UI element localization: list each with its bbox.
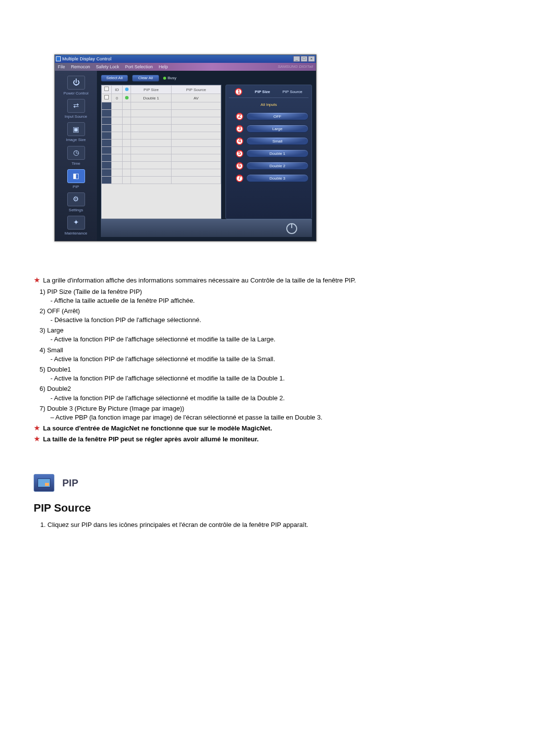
pip-source-heading: PIP Source <box>30 501 504 516</box>
sidebar-item-time[interactable]: ◷ Time <box>57 146 95 166</box>
sidebar-item-power-control[interactable]: ⏻ Power Control <box>57 76 95 96</box>
panel-pip-size-label: PIP Size <box>255 89 270 94</box>
sidebar-label: Power Control <box>57 91 95 96</box>
main-area: Select All Clear All Busy ID <box>97 71 316 241</box>
panel-pip-source-label: PIP Source <box>282 89 302 94</box>
menu-port-selection[interactable]: Port Selection <box>125 64 153 70</box>
option-small[interactable]: Small <box>246 137 309 145</box>
table-row[interactable] <box>102 154 221 162</box>
table-row[interactable] <box>102 169 221 177</box>
settings-icon: ⚙ <box>67 192 85 206</box>
option-double2[interactable]: Double 2 <box>246 162 309 170</box>
minimize-button[interactable]: _ <box>293 56 300 62</box>
callout-2: 2 <box>236 113 243 120</box>
callout-7: 7 <box>236 175 243 182</box>
option-off[interactable]: OFF <box>246 112 309 120</box>
header-checkbox[interactable] <box>104 87 109 91</box>
status-dot-icon <box>125 96 129 99</box>
sidebar: ⏻ Power Control ⇄ Input Source ▣ Image S… <box>55 71 97 241</box>
callout-1: 1 <box>235 88 242 95</box>
window-title: Multiple Display Control <box>62 56 111 62</box>
time-icon: ◷ <box>67 146 85 160</box>
list-item: 7) Double 3 (Picture By Picture (Image p… <box>40 404 504 422</box>
list-item: 3) Large- Active la fonction PIP de l'af… <box>40 326 504 344</box>
sidebar-item-settings[interactable]: ⚙ Settings <box>57 192 95 213</box>
app-icon <box>56 56 61 61</box>
col-pip-size: PIP Size <box>131 86 172 94</box>
star-icon: ★ <box>34 424 40 431</box>
clear-all-button[interactable]: Clear All <box>132 75 159 82</box>
sidebar-label: Settings <box>57 207 95 213</box>
sidebar-item-input-source[interactable]: ⇄ Input Source <box>57 99 95 119</box>
table-row[interactable] <box>102 125 221 132</box>
menu-safety-lock[interactable]: Safety Lock <box>96 64 119 70</box>
table-row[interactable] <box>102 102 221 110</box>
bold-note-2: ★ La taille de la fenêtre PIP peut se ré… <box>30 435 504 444</box>
list-item: Cliquez sur PIP dans les icônes principa… <box>47 520 504 529</box>
sidebar-label: Image Size <box>57 137 95 142</box>
cell-id: 0 <box>112 94 123 102</box>
callout-4: 4 <box>236 138 243 145</box>
close-button[interactable]: × <box>308 56 315 62</box>
row-checkbox[interactable] <box>104 95 109 99</box>
list-item: 1) PIP Size (Taille de la fenêtre PIP)- … <box>40 287 504 305</box>
input-source-icon: ⇄ <box>67 99 85 113</box>
callout-6: 6 <box>236 162 243 170</box>
list-item: 2) OFF (Arrêt)- Désactive la fonction PI… <box>40 307 504 325</box>
pip-heading: PIP <box>30 474 504 492</box>
sidebar-label: Input Source <box>57 114 95 119</box>
col-pip-source: PIP Source <box>172 86 221 94</box>
app-window: Multiple Display Control _ □ × File Remo… <box>54 54 316 241</box>
app-footer <box>101 219 312 237</box>
pip-options-panel: 1 PIP Size PIP Source All Inputs 2OFF 3L… <box>225 85 312 219</box>
cell-pip-size: Double 1 <box>131 94 172 102</box>
option-double1[interactable]: Double 1 <box>246 149 309 157</box>
sidebar-item-pip[interactable]: ◧ PIP <box>57 169 95 189</box>
menu-bar: File Remocon Safety Lock Port Selection … <box>55 63 316 71</box>
all-inputs-label: All Inputs <box>229 102 309 107</box>
sidebar-item-maintenance[interactable]: ✦ Maintenance <box>57 216 95 236</box>
menu-remocon[interactable]: Remocon <box>71 64 90 70</box>
table-row[interactable]: 0 Double 1 AV <box>102 94 221 102</box>
busy-indicator: Busy <box>163 75 177 81</box>
maximize-button[interactable]: □ <box>301 56 308 62</box>
table-row[interactable] <box>102 162 221 169</box>
pip-heading-text: PIP <box>62 476 78 490</box>
callout-3: 3 <box>236 125 243 133</box>
table-row[interactable] <box>102 177 221 184</box>
sidebar-item-image-size[interactable]: ▣ Image Size <box>57 122 95 142</box>
table-row[interactable] <box>102 147 221 154</box>
cell-pip-source: AV <box>172 94 221 102</box>
sidebar-label: PIP <box>57 184 95 189</box>
busy-label: Busy <box>168 75 177 81</box>
list-item: 6) Double2- Active la fonction PIP de l'… <box>40 384 504 402</box>
intro-text: La grille d'information affiche des info… <box>43 276 356 285</box>
maintenance-icon: ✦ <box>67 216 85 230</box>
callout-5: 5 <box>236 150 243 157</box>
menu-file[interactable]: File <box>58 64 65 70</box>
sidebar-label: Time <box>57 161 95 166</box>
bold-text: La taille de la fenêtre PIP peut se régl… <box>43 435 259 444</box>
pip-source-steps: Cliquez sur PIP dans les icônes principa… <box>30 520 504 529</box>
star-icon: ★ <box>34 435 40 442</box>
bold-text: La source d'entrée de MagicNet ne foncti… <box>43 424 272 433</box>
option-large[interactable]: Large <box>246 125 309 133</box>
select-all-button[interactable]: Select All <box>101 75 128 82</box>
menu-help[interactable]: Help <box>159 64 168 70</box>
table-row[interactable] <box>102 117 221 125</box>
sidebar-label: Maintenance <box>57 231 95 236</box>
list-item: 4) Small- Active la fonction PIP de l'af… <box>40 346 504 364</box>
col-status <box>123 86 131 94</box>
option-double3[interactable]: Double 3 <box>246 174 309 182</box>
table-row[interactable] <box>102 110 221 117</box>
pip-icon: ◧ <box>67 169 85 183</box>
table-row[interactable] <box>102 132 221 140</box>
intro-note: ★ La grille d'information affiche des in… <box>30 276 504 285</box>
col-id: ID <box>112 86 123 94</box>
power-icon: ⏻ <box>67 76 85 90</box>
display-table: ID PIP Size PIP Source 0 Doub <box>101 85 222 219</box>
power-toggle-icon[interactable] <box>286 223 297 234</box>
brand-text: SAMSUNG DIGITall <box>174 64 313 69</box>
image-size-icon: ▣ <box>67 122 85 136</box>
table-row[interactable] <box>102 140 221 147</box>
